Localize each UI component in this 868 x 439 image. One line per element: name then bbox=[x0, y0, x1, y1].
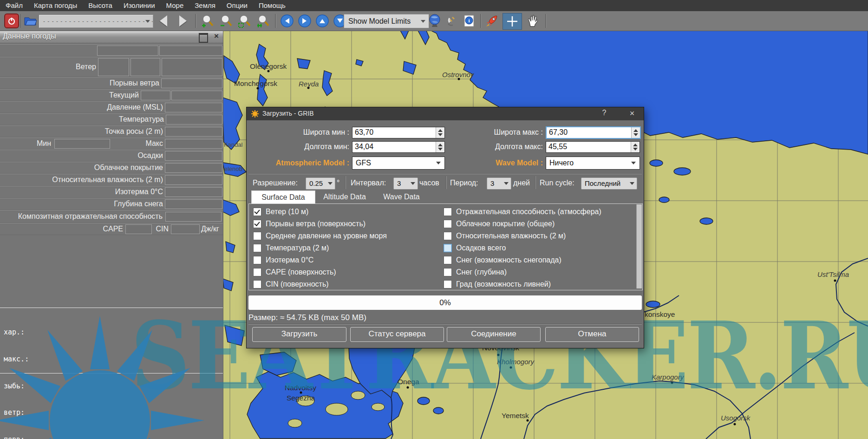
weather-panel-titlebar[interactable]: Данные погоды × bbox=[0, 31, 223, 43]
zoom-out-button[interactable] bbox=[217, 13, 235, 29]
dialog-titlebar[interactable]: Загрузить - GRIB ? × bbox=[247, 107, 644, 120]
value-box bbox=[97, 46, 158, 56]
menu-altitude[interactable]: Высота bbox=[83, 0, 118, 11]
next-button[interactable] bbox=[175, 13, 191, 29]
spin-arrows-icon[interactable] bbox=[631, 127, 640, 138]
zoom-in-button[interactable] bbox=[199, 13, 216, 29]
checkbox-icon[interactable] bbox=[444, 280, 452, 288]
toolbar-divider bbox=[545, 14, 547, 28]
checkbox-row[interactable]: Снег (возможность снегопада) bbox=[444, 255, 561, 265]
dialog-close-button[interactable]: × bbox=[627, 109, 638, 118]
checkbox-icon[interactable] bbox=[444, 268, 452, 276]
checkbox-icon[interactable] bbox=[253, 256, 261, 264]
menu-isolines[interactable]: Изолинии bbox=[118, 0, 161, 11]
max-label: Макс bbox=[113, 139, 163, 148]
rocket-button[interactable] bbox=[483, 13, 501, 29]
scrollbar[interactable] bbox=[636, 204, 642, 288]
checkbox-icon[interactable] bbox=[253, 280, 261, 288]
menu-earth[interactable]: Земля bbox=[189, 0, 221, 11]
panel-row-snow-depth: Глубина снега bbox=[0, 198, 223, 210]
checkbox-row[interactable]: Изотерма 0°C bbox=[253, 255, 313, 265]
model-limits-combobox[interactable]: Show Model Limits bbox=[344, 14, 429, 28]
lon-max-spinbox[interactable]: 45,55 bbox=[546, 141, 640, 153]
checkbox-icon[interactable] bbox=[253, 208, 261, 216]
checkbox-row[interactable]: Относительная влажность (2 м) bbox=[444, 231, 566, 241]
map-label-segezha: Segezha bbox=[287, 394, 315, 402]
checkbox-icon[interactable] bbox=[444, 208, 452, 216]
lon-min-label: Долгота мин: bbox=[247, 143, 349, 151]
panel-row-current: Текущий bbox=[0, 89, 223, 101]
pan-up-button[interactable] bbox=[314, 13, 331, 29]
previous-button[interactable] bbox=[155, 13, 172, 29]
cancel-button[interactable]: Отмена bbox=[545, 327, 639, 342]
spin-arrows-icon[interactable] bbox=[631, 142, 640, 152]
checkbox-icon[interactable] bbox=[444, 232, 452, 240]
checkbox-row[interactable]: Облачное покрытие (общее) bbox=[444, 219, 555, 229]
checkbox-icon[interactable] bbox=[444, 244, 452, 252]
resolution-combobox[interactable]: 0.25 bbox=[306, 177, 335, 190]
panel-row-temperature: Температура bbox=[0, 113, 223, 125]
tab-altitude-data[interactable]: Altitude Data bbox=[317, 190, 372, 203]
lat-max-spinbox[interactable]: 67,30 bbox=[546, 126, 641, 139]
crosshair-tool-button[interactable] bbox=[503, 13, 522, 30]
checkbox-icon[interactable] bbox=[444, 220, 452, 228]
checkbox-row[interactable]: Град (возможность ливней) bbox=[444, 279, 551, 289]
grib-file-combobox[interactable]: - - - - - - - - - - - - - - - - - - - - … bbox=[39, 15, 153, 28]
server-status-button[interactable]: Статус сервера bbox=[350, 327, 444, 342]
dialog-help-button[interactable]: ? bbox=[599, 109, 610, 117]
checkbox-icon[interactable] bbox=[253, 220, 261, 228]
tab-surface-data[interactable]: Surface Data bbox=[251, 190, 315, 204]
tab-wave-data[interactable]: Wave Data bbox=[378, 190, 425, 203]
atmospheric-model-value: GFS bbox=[356, 159, 371, 167]
connection-button[interactable]: Соединение bbox=[447, 327, 541, 342]
pan-left-button[interactable] bbox=[279, 13, 295, 29]
panel-row-datetime bbox=[0, 44, 223, 57]
menu-sea[interactable]: Море bbox=[161, 0, 189, 11]
connection-button[interactable] bbox=[444, 13, 460, 29]
period-combobox[interactable]: 3 bbox=[487, 177, 511, 190]
pan-right-button[interactable] bbox=[296, 13, 313, 29]
panel-row-humidity: Относительная влажность (2 m) bbox=[0, 174, 223, 186]
panel-row-reflectivity: Композитная отражательная способность bbox=[0, 210, 223, 223]
zoom-area-button[interactable] bbox=[236, 13, 254, 29]
menu-help[interactable]: Помощь bbox=[253, 0, 291, 11]
lon-min-spinbox[interactable]: 34,04 bbox=[352, 141, 445, 153]
interval-combobox[interactable]: 3 bbox=[393, 177, 418, 190]
checkbox-icon[interactable] bbox=[253, 268, 261, 276]
menu-file[interactable]: Файл bbox=[0, 0, 28, 11]
atmospheric-model-combobox[interactable]: GFS bbox=[352, 157, 445, 170]
checkbox-row[interactable]: Среднее давление на уровне моря bbox=[253, 231, 387, 241]
checkbox-row[interactable]: Снег (глубина) bbox=[444, 267, 507, 277]
checkbox-row[interactable]: CIN (поверхность) bbox=[253, 279, 329, 289]
panel-row-isotherm: Изотерма 0°C bbox=[0, 186, 223, 198]
pan-tool-button[interactable] bbox=[524, 13, 542, 29]
toolbar: - - - - - - - - - - - - - - - - - - - - … bbox=[0, 11, 868, 31]
checkbox-icon[interactable] bbox=[253, 232, 261, 240]
min-label: Мин bbox=[0, 139, 51, 148]
grib-info-button[interactable]: i bbox=[461, 13, 477, 29]
open-file-button[interactable] bbox=[22, 13, 38, 29]
checkbox-row[interactable]: Температура (2 м) bbox=[253, 243, 329, 253]
zoom-fit-button[interactable] bbox=[255, 13, 272, 29]
globe-button[interactable] bbox=[426, 13, 443, 29]
wave-model-combobox[interactable]: Ничего bbox=[546, 157, 640, 170]
chevron-down-icon bbox=[411, 182, 415, 185]
checkbox-icon[interactable] bbox=[253, 244, 261, 252]
checkbox-row[interactable]: Осадков всего bbox=[444, 243, 506, 253]
run-cycle-combobox[interactable]: Последний bbox=[581, 177, 637, 190]
panel-float-icon[interactable] bbox=[199, 33, 208, 43]
value-box bbox=[159, 46, 222, 56]
checkbox-row[interactable]: Отражательная способность (атмосфера) bbox=[444, 207, 601, 217]
checkbox-icon[interactable] bbox=[444, 256, 452, 264]
menu-options[interactable]: Опции bbox=[221, 0, 253, 11]
crosshair-icon bbox=[506, 15, 519, 28]
lat-min-spinbox[interactable]: 63,70 bbox=[352, 127, 445, 138]
checkbox-row[interactable]: Порывы ветра (поверхность) bbox=[253, 219, 365, 229]
download-button[interactable]: Загрузить bbox=[252, 327, 346, 342]
menu-weather-map[interactable]: Карта погоды bbox=[28, 0, 83, 11]
checkbox-row[interactable]: Ветер (10 м) bbox=[253, 207, 308, 217]
panel-close-icon[interactable]: × bbox=[213, 33, 220, 40]
exit-button[interactable] bbox=[4, 13, 20, 29]
checkbox-row[interactable]: CAPE (поверхность) bbox=[253, 267, 336, 277]
download-progress-bar: 0% bbox=[248, 295, 642, 310]
